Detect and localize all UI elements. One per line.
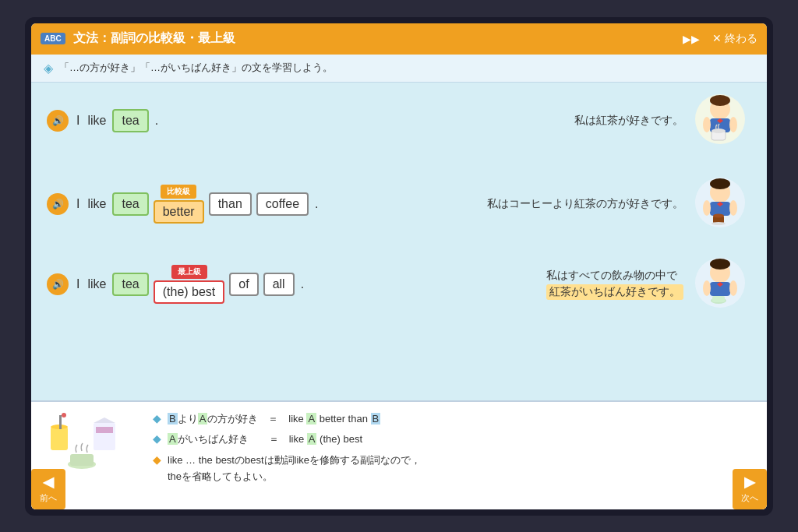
note-line-1: ◆ BよりAの方が好き ＝ like A better than B bbox=[153, 411, 751, 428]
note-icon-2: ◆ bbox=[153, 432, 161, 445]
sentence-right-3: 私はすべての飲み物の中で 紅茶がいちばん好きです。 bbox=[546, 255, 751, 314]
note-icon-1: ◆ bbox=[153, 412, 161, 425]
svg-rect-28 bbox=[51, 427, 68, 450]
svg-point-11 bbox=[710, 178, 730, 189]
svg-point-6 bbox=[729, 117, 737, 132]
svg-point-15 bbox=[729, 200, 737, 216]
note-icon-3: ◆ bbox=[153, 453, 161, 466]
japanese-block-3: 私はすべての飲み物の中で 紅茶がいちばん好きです。 bbox=[546, 269, 683, 300]
avatar-1 bbox=[693, 92, 751, 150]
note-text-1: BよりAの方が好き ＝ like A better than B bbox=[168, 411, 380, 428]
svg-point-8 bbox=[711, 129, 726, 133]
word-I-2: I bbox=[75, 194, 81, 214]
main-content: 🔊 I like tea . 私は紅茶が好きです。 bbox=[31, 83, 767, 400]
next-arrow: ▶ bbox=[744, 474, 755, 491]
svg-point-31 bbox=[62, 413, 66, 417]
word-tea-1: tea bbox=[112, 109, 148, 132]
svg-rect-27 bbox=[712, 296, 725, 302]
prev-arrow: ◀ bbox=[43, 474, 54, 491]
note-line-2: ◆ Aがいちばん好き ＝ like A (the) best bbox=[153, 432, 751, 448]
note-B-1: B bbox=[168, 413, 178, 425]
device-frame: ABC 文法：副詞の比較級・最上級 ▶▶ ✕ 終わる ◈ 「…の方が好き」「…が… bbox=[25, 17, 773, 516]
prev-label: 前へ bbox=[40, 492, 57, 504]
sound-button-2[interactable]: 🔊 bbox=[47, 193, 69, 215]
sentence-row-3: 🔊 I like tea 最上級 (the) best of all . 私はす… bbox=[47, 255, 751, 314]
svg-rect-34 bbox=[96, 427, 113, 433]
note-A-3: A bbox=[168, 433, 178, 445]
word-period-3: . bbox=[299, 274, 305, 294]
sentence-words-3: I like tea 最上級 (the) best of all . bbox=[75, 265, 305, 304]
screen: ABC 文法：副詞の比較級・最上級 ▶▶ ✕ 終わる ◈ 「…の方が好き」「…が… bbox=[31, 23, 767, 509]
note-A-2: A bbox=[306, 413, 316, 425]
svg-point-24 bbox=[703, 280, 711, 296]
word-I-3: I bbox=[75, 274, 81, 294]
skip-button[interactable]: ▶▶ bbox=[683, 33, 700, 45]
word-like-3: like bbox=[86, 274, 108, 294]
japanese-3b: 紅茶がいちばん好きです。 bbox=[546, 284, 683, 300]
note-text-3: like … the bestのbestは動詞likeを修飾する副詞なので，th… bbox=[168, 453, 421, 485]
svg-point-2 bbox=[710, 95, 730, 106]
sound-button-1[interactable]: 🔊 bbox=[47, 110, 69, 132]
word-I-1: I bbox=[75, 111, 81, 131]
instruction-bar: ◈ 「…の方が好き」「…がいちばん好き」の文を学習しよう。 bbox=[31, 55, 767, 83]
sentence-right-2: 私はコーヒーより紅茶の方が好きです。 bbox=[487, 175, 751, 234]
note-A-4: A bbox=[307, 433, 317, 445]
word-group-best: 最上級 (the) best bbox=[154, 280, 225, 304]
header-controls: ▶▶ ✕ 終わる bbox=[683, 32, 757, 46]
sentence-row-1: 🔊 I like tea . 私は紅茶が好きです。 bbox=[47, 92, 751, 150]
word-the-best: (the) best bbox=[154, 280, 225, 304]
sound-button-3[interactable]: 🔊 bbox=[47, 273, 69, 295]
svg-rect-30 bbox=[59, 415, 62, 429]
word-period-1: . bbox=[154, 111, 160, 131]
japanese-2: 私はコーヒーより紅茶の方が好きです。 bbox=[487, 197, 683, 211]
svg-marker-33 bbox=[94, 417, 115, 423]
word-all: all bbox=[263, 273, 295, 296]
page-title: 文法：副詞の比較級・最上級 bbox=[73, 30, 675, 47]
word-like-1: like bbox=[86, 111, 108, 131]
word-coffee: coffee bbox=[256, 192, 309, 216]
word-period-2: . bbox=[313, 194, 320, 214]
close-button[interactable]: ✕ 終わる bbox=[712, 32, 757, 46]
word-tea-3: tea bbox=[112, 273, 148, 296]
avatar-2 bbox=[693, 175, 751, 234]
note-A-1: A bbox=[198, 413, 208, 425]
word-like-2: like bbox=[86, 194, 108, 214]
svg-point-21 bbox=[710, 259, 730, 270]
note-text-2: Aがいちばん好き ＝ like A (the) best bbox=[168, 432, 362, 448]
word-than: than bbox=[209, 192, 252, 216]
notes-section: ◆ BよりAの方が好き ＝ like A better than B ◆ Aがい… bbox=[31, 400, 767, 509]
svg-point-25 bbox=[729, 280, 737, 296]
svg-point-17 bbox=[713, 213, 724, 217]
note-B-2: B bbox=[371, 413, 381, 425]
svg-rect-36 bbox=[70, 454, 94, 466]
avatar-3 bbox=[693, 255, 751, 314]
next-button[interactable]: ▶ 次へ bbox=[733, 469, 767, 509]
prev-button[interactable]: ◀ 前へ bbox=[31, 469, 65, 509]
sentence-row-2: 🔊 I like tea 比較級 better than coffee . 私は… bbox=[47, 175, 751, 234]
label-comparative: 比較級 bbox=[161, 185, 196, 199]
label-superlative: 最上級 bbox=[171, 265, 207, 279]
next-label: 次へ bbox=[741, 492, 758, 504]
word-tea-2: tea bbox=[112, 192, 148, 216]
sentence-words-1: I like tea . bbox=[75, 109, 160, 132]
header-badge: ABC bbox=[41, 33, 65, 44]
notes-content: ◆ BよりAの方が好き ＝ like A better than B ◆ Aがい… bbox=[153, 411, 751, 500]
japanese-1: 私は紅茶が好きです。 bbox=[574, 114, 683, 128]
header: ABC 文法：副詞の比較級・最上級 ▶▶ ✕ 終わる bbox=[31, 23, 767, 55]
sentence-right-1: 私は紅茶が好きです。 bbox=[574, 92, 751, 150]
svg-point-5 bbox=[703, 117, 711, 132]
sentence-words-2: I like tea 比較級 better than coffee . bbox=[75, 185, 320, 224]
note-line-3: ◆ like … the bestのbestは動詞likeを修飾する副詞なので，… bbox=[153, 453, 751, 485]
svg-point-18 bbox=[711, 222, 726, 225]
word-better: better bbox=[154, 200, 204, 224]
japanese-3a: 私はすべての飲み物の中で bbox=[546, 269, 683, 283]
diamond-icon: ◈ bbox=[44, 61, 53, 76]
word-group-better: 比較級 better bbox=[154, 200, 204, 224]
svg-point-14 bbox=[703, 200, 711, 216]
word-of: of bbox=[229, 273, 258, 296]
instruction-text: 「…の方が好き」「…がいちばん好き」の文を学習しよう。 bbox=[59, 61, 333, 75]
